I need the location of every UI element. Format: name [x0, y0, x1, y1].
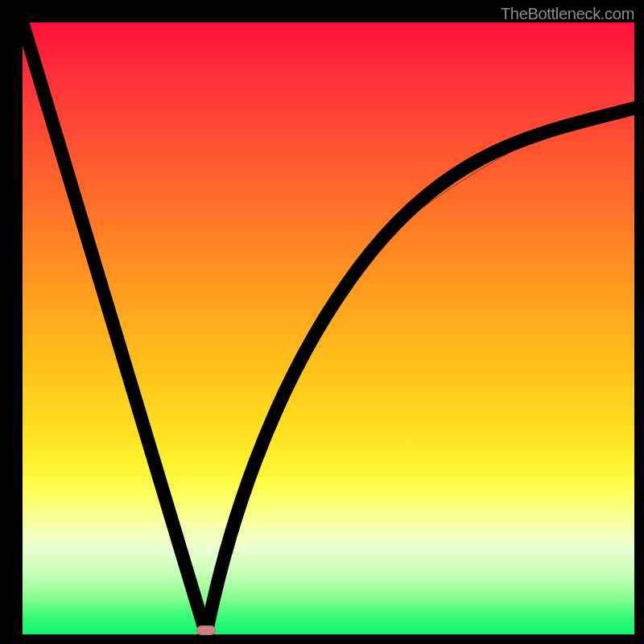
chart-frame: TheBottleneck.com	[0, 0, 644, 644]
watermark-text: TheBottleneck.com	[501, 5, 634, 23]
right-branch-path	[206, 108, 634, 634]
left-branch-thick	[23, 23, 206, 634]
plot-area	[23, 23, 634, 634]
bottleneck-marker	[196, 625, 216, 635]
curve-svg	[23, 23, 634, 634]
right-branch-thick	[206, 108, 634, 634]
